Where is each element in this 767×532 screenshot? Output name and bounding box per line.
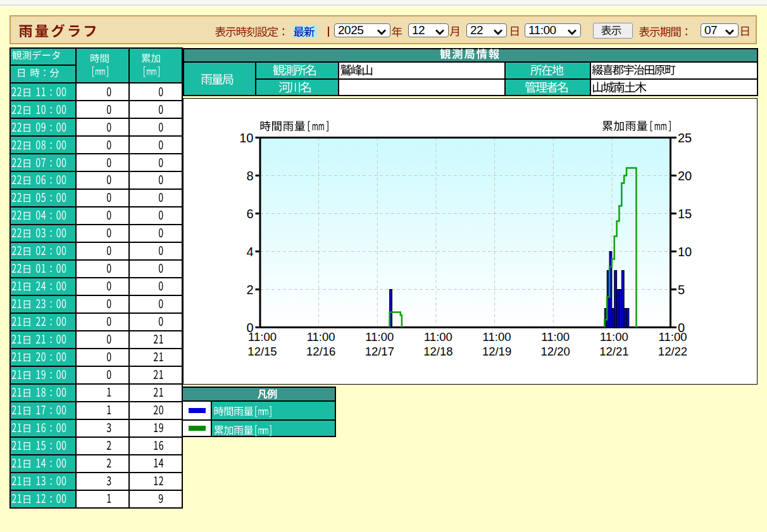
svg-text:5: 5 bbox=[678, 283, 685, 297]
svg-text:11:00: 11:00 bbox=[307, 330, 335, 343]
svg-text:12/22: 12/22 bbox=[658, 345, 687, 358]
svg-text:6: 6 bbox=[246, 207, 253, 221]
svg-text:2: 2 bbox=[246, 283, 253, 297]
svg-text:12/17: 12/17 bbox=[365, 345, 394, 358]
svg-text:12/19: 12/19 bbox=[482, 345, 511, 358]
svg-text:10: 10 bbox=[678, 245, 692, 259]
svg-text:12/18: 12/18 bbox=[423, 345, 452, 358]
svg-text:12/16: 12/16 bbox=[306, 345, 335, 358]
svg-text:11:00: 11:00 bbox=[248, 330, 277, 343]
svg-text:12/15: 12/15 bbox=[247, 345, 277, 358]
svg-text:11:00: 11:00 bbox=[483, 330, 511, 343]
svg-text:11:00: 11:00 bbox=[365, 330, 394, 343]
svg-text:11:00: 11:00 bbox=[659, 330, 687, 343]
svg-text:25: 25 bbox=[678, 131, 692, 145]
svg-text:11:00: 11:00 bbox=[600, 330, 628, 343]
svg-text:8: 8 bbox=[246, 169, 253, 183]
svg-text:12/20: 12/20 bbox=[541, 345, 570, 358]
svg-text:11:00: 11:00 bbox=[541, 330, 570, 343]
svg-text:20: 20 bbox=[678, 169, 692, 183]
svg-text:10: 10 bbox=[239, 131, 253, 145]
svg-text:4: 4 bbox=[246, 245, 253, 259]
svg-text:15: 15 bbox=[678, 207, 692, 221]
svg-text:11:00: 11:00 bbox=[424, 330, 452, 343]
svg-text:12/21: 12/21 bbox=[599, 345, 628, 358]
